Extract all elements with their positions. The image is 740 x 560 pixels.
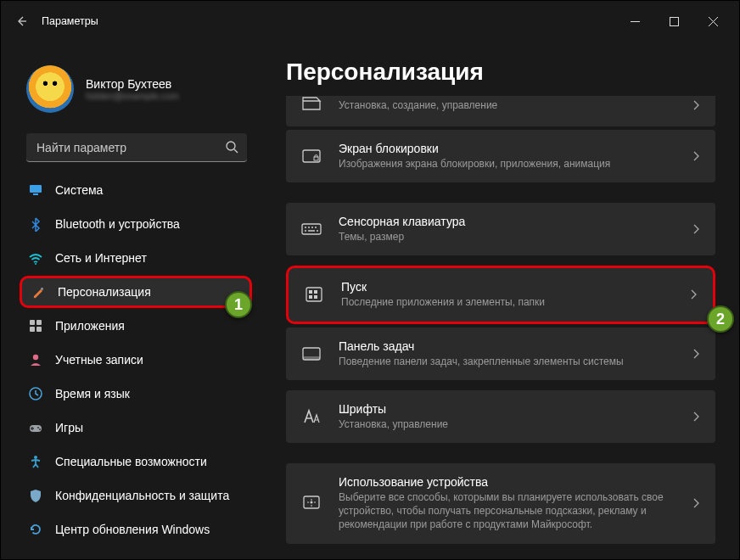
sidebar-item-4[interactable]: Приложения bbox=[20, 310, 252, 342]
setting-card-taskbar[interactable]: Панель задачПоведение панели задач, закр… bbox=[286, 328, 715, 380]
svg-rect-21 bbox=[314, 290, 317, 294]
svg-rect-0 bbox=[670, 17, 678, 25]
game-icon bbox=[28, 420, 43, 435]
sidebar-item-2[interactable]: Сеть и Интернет bbox=[20, 242, 252, 274]
arrow-left-icon bbox=[14, 14, 28, 28]
svg-rect-5 bbox=[41, 288, 43, 290]
window-controls bbox=[615, 4, 732, 38]
settings-window: Параметры Виктор Бухтеев hidden@example.… bbox=[0, 0, 740, 560]
svg-point-15 bbox=[34, 456, 37, 459]
sidebar-item-label: Сеть и Интернет bbox=[55, 251, 147, 265]
search-wrap bbox=[26, 133, 247, 162]
chevron-right-icon bbox=[690, 99, 702, 111]
setting-card-start[interactable]: ПускПоследние приложения и элементы, пап… bbox=[286, 266, 715, 323]
setting-card-theme[interactable]: Установка, создание, управление bbox=[286, 96, 715, 126]
titlebar: Параметры bbox=[1, 1, 739, 42]
usage-icon bbox=[300, 494, 323, 512]
wifi-icon bbox=[28, 250, 43, 266]
svg-rect-6 bbox=[30, 320, 35, 325]
access-icon bbox=[28, 454, 43, 469]
chevron-right-icon bbox=[690, 497, 702, 509]
sidebar-item-label: Приложения bbox=[55, 319, 125, 333]
sidebar-item-7[interactable]: Игры bbox=[20, 412, 252, 444]
content-area: Виктор Бухтеев hidden@example.com Систем… bbox=[1, 42, 739, 559]
svg-rect-18 bbox=[302, 224, 321, 234]
search-icon bbox=[225, 140, 238, 154]
svg-rect-17 bbox=[314, 157, 318, 160]
close-button[interactable] bbox=[693, 4, 732, 38]
user-icon bbox=[28, 352, 43, 367]
sidebar-item-label: Игры bbox=[55, 421, 83, 434]
sidebar: Виктор Бухтеев hidden@example.com Систем… bbox=[1, 42, 264, 559]
main-panel: Персонализация Установка, создание, упра… bbox=[264, 42, 739, 559]
svg-rect-22 bbox=[309, 295, 312, 299]
avatar bbox=[26, 65, 74, 113]
card-subtitle: Установка, управление bbox=[339, 417, 675, 431]
monitor-icon bbox=[28, 182, 43, 198]
svg-rect-19 bbox=[306, 288, 322, 301]
lock-icon bbox=[300, 147, 323, 165]
sidebar-item-label: Система bbox=[55, 183, 103, 197]
sidebar-item-label: Персонализация bbox=[58, 285, 151, 299]
user-block[interactable]: Виктор Бухтеев hidden@example.com bbox=[11, 48, 257, 126]
sidebar-item-3[interactable]: Персонализация bbox=[20, 276, 252, 308]
sidebar-item-5[interactable]: Учетные записи bbox=[20, 344, 252, 376]
sidebar-item-label: Конфиденциальность и защита bbox=[55, 489, 229, 502]
annotation-badge-2: 2 bbox=[707, 305, 734, 333]
svg-rect-25 bbox=[303, 356, 320, 360]
font-icon bbox=[300, 407, 323, 426]
setting-card-font[interactable]: ШрифтыУстановка, управление bbox=[286, 390, 715, 443]
sidebar-item-8[interactable]: Специальные возможности bbox=[20, 445, 252, 478]
sidebar-item-9[interactable]: Конфиденциальность и защита bbox=[20, 479, 252, 512]
sidebar-nav: СистемаBluetooth и устройстваСеть и Инте… bbox=[11, 174, 257, 546]
svg-point-10 bbox=[33, 355, 38, 360]
card-title: Панель задач bbox=[339, 339, 675, 353]
card-title: Пуск bbox=[341, 280, 672, 294]
chevron-right-icon bbox=[690, 223, 702, 235]
sidebar-item-6[interactable]: Время и язык bbox=[20, 378, 252, 410]
search-input[interactable] bbox=[26, 133, 247, 162]
svg-point-4 bbox=[35, 263, 36, 265]
chevron-right-icon bbox=[690, 348, 702, 360]
brush-icon bbox=[31, 284, 46, 300]
sidebar-item-label: Специальные возможности bbox=[55, 455, 207, 468]
chevron-right-icon bbox=[690, 150, 702, 162]
sidebar-item-label: Время и язык bbox=[55, 387, 130, 400]
card-subtitle: Последние приложения и элементы, папки bbox=[341, 295, 672, 309]
svg-rect-9 bbox=[36, 327, 42, 332]
taskbar-icon bbox=[300, 344, 323, 363]
card-subtitle: Изображения экрана блокировки, приложени… bbox=[339, 157, 675, 171]
clock-icon bbox=[28, 386, 43, 401]
minimize-button[interactable] bbox=[615, 4, 654, 38]
update-icon bbox=[28, 522, 43, 537]
sidebar-item-label: Центр обновления Windows bbox=[55, 523, 210, 536]
sidebar-item-10[interactable]: Центр обновления Windows bbox=[20, 513, 252, 546]
shield-icon bbox=[28, 488, 43, 503]
user-name: Виктор Бухтеев bbox=[86, 77, 179, 91]
back-button[interactable] bbox=[8, 8, 35, 35]
svg-point-13 bbox=[37, 427, 39, 428]
page-title: Персонализация bbox=[286, 59, 715, 86]
user-email: hidden@example.com bbox=[86, 91, 179, 101]
setting-card-lock[interactable]: Экран блокировкиИзображения экрана блоки… bbox=[286, 130, 715, 182]
chevron-right-icon bbox=[687, 288, 699, 300]
sidebar-item-1[interactable]: Bluetooth и устройства bbox=[20, 208, 252, 240]
apps-icon bbox=[28, 318, 43, 333]
settings-list: Установка, создание, управлениеЭкран бло… bbox=[286, 96, 715, 544]
card-title: Шрифты bbox=[339, 402, 675, 416]
window-title: Параметры bbox=[42, 15, 98, 27]
svg-rect-3 bbox=[33, 193, 38, 195]
setting-card-keyboard[interactable]: Сенсорная клавиатураТемы, размер bbox=[286, 203, 715, 255]
svg-rect-23 bbox=[314, 295, 317, 299]
svg-rect-2 bbox=[30, 185, 42, 193]
maximize-button[interactable] bbox=[654, 4, 693, 38]
card-subtitle: Темы, размер bbox=[339, 230, 675, 244]
minimize-icon bbox=[631, 17, 640, 26]
card-subtitle: Поведение панели задач, закрепленные эле… bbox=[339, 355, 675, 368]
setting-card-usage[interactable]: Использование устройстваВыберите все спо… bbox=[286, 463, 715, 544]
card-subtitle: Установка, создание, управление bbox=[339, 98, 675, 112]
close-icon bbox=[709, 17, 718, 26]
chevron-right-icon bbox=[690, 411, 702, 423]
sidebar-item-0[interactable]: Система bbox=[20, 174, 252, 206]
card-title: Использование устройства bbox=[339, 475, 675, 489]
